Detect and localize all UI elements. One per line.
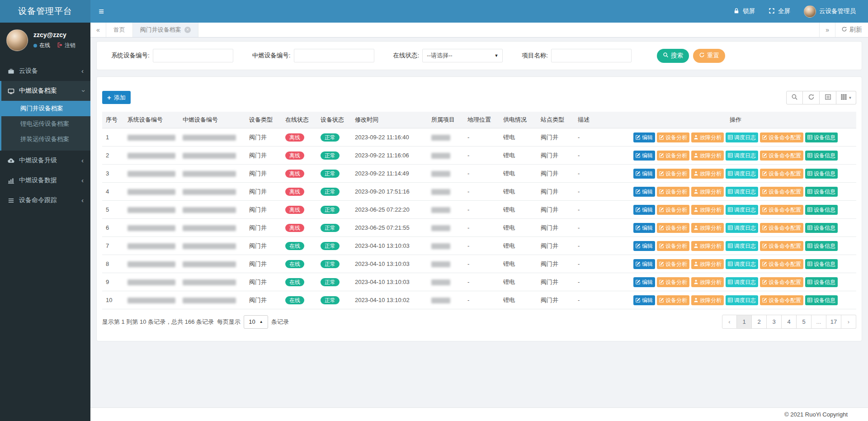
page-button[interactable]: 5 [797, 315, 811, 329]
dispatch-log-button[interactable]: 调度日志 [726, 132, 758, 142]
device-command-config-button[interactable]: 设备命令配置 [760, 187, 803, 197]
gas-device-no-input[interactable] [294, 49, 374, 62]
lock-screen-button[interactable]: 锁屏 [726, 0, 762, 23]
device-info-button[interactable]: 设备信息 [805, 132, 838, 142]
page-size-select[interactable]: 10 ▲ [244, 315, 268, 329]
device-analysis-button[interactable]: 设备分析 [657, 295, 689, 305]
edit-button[interactable]: 编辑 [633, 277, 655, 287]
device-info-button[interactable]: 设备信息 [805, 205, 838, 215]
fault-analysis-button[interactable]: 故障分析 [691, 132, 724, 142]
fault-analysis-button[interactable]: 故障分析 [691, 151, 724, 161]
device-info-button[interactable]: 设备信息 [805, 169, 838, 179]
device-analysis-button[interactable]: 设备分析 [657, 223, 689, 233]
sidebar-item-lithium-remote-archive[interactable]: 锂电远传设备档案 [1, 116, 90, 132]
device-command-config-button[interactable]: 设备命令配置 [760, 205, 803, 215]
dispatch-log-button[interactable]: 调度日志 [726, 205, 758, 215]
fault-analysis-button[interactable]: 故障分析 [691, 169, 724, 179]
edit-button[interactable]: 编辑 [633, 205, 655, 215]
dispatch-log-button[interactable]: 调度日志 [726, 277, 758, 287]
fault-analysis-button[interactable]: 故障分析 [691, 205, 724, 215]
device-info-button[interactable]: 设备信息 [805, 259, 838, 269]
device-info-button[interactable]: 设备信息 [805, 223, 838, 233]
fault-analysis-button[interactable]: 故障分析 [691, 295, 724, 305]
sidebar-item-device-archive[interactable]: 中燃设备档案 ‹ [1, 81, 90, 101]
edit-button[interactable]: 编辑 [633, 295, 655, 305]
fault-analysis-button[interactable]: 故障分析 [691, 277, 724, 287]
tab-valve-well-archive[interactable]: 阀门井设备档案 × [133, 23, 198, 37]
device-command-config-button[interactable]: 设备命令配置 [760, 223, 803, 233]
next-page-button[interactable]: › [841, 315, 856, 329]
device-command-config-button[interactable]: 设备命令配置 [760, 295, 803, 305]
scroll-tabs-left-button[interactable]: « [90, 23, 106, 37]
device-info-button[interactable]: 设备信息 [805, 187, 838, 197]
device-info-button[interactable]: 设备信息 [805, 295, 838, 305]
sidebar-item-device-upgrade[interactable]: 中燃设备升级 ‹ [0, 151, 90, 170]
dispatch-log-button[interactable]: 调度日志 [726, 151, 758, 161]
edit-button[interactable]: 编辑 [633, 187, 655, 197]
online-state-select[interactable]: --请选择-- ▼ [422, 49, 503, 62]
device-analysis-button[interactable]: 设备分析 [657, 241, 689, 251]
device-analysis-button[interactable]: 设备分析 [657, 277, 689, 287]
device-command-config-button[interactable]: 设备命令配置 [760, 277, 803, 287]
user-menu[interactable]: 云设备管理员 [797, 0, 863, 23]
page-button[interactable]: 17 [826, 315, 841, 329]
device-info-button[interactable]: 设备信息 [805, 151, 838, 161]
app-logo[interactable]: 设备管理平台 [0, 0, 90, 23]
edit-button[interactable]: 编辑 [633, 169, 655, 179]
device-analysis-button[interactable]: 设备分析 [657, 169, 689, 179]
edit-button[interactable]: 编辑 [633, 241, 655, 251]
show-search-button[interactable] [786, 91, 803, 104]
fullscreen-button[interactable]: 全屏 [762, 0, 797, 23]
dispatch-log-button[interactable]: 调度日志 [726, 241, 758, 251]
page-button[interactable]: 3 [767, 315, 782, 329]
device-analysis-button[interactable]: 设备分析 [657, 205, 689, 215]
sidebar-item-cloud-device[interactable]: 云设备 ‹ [0, 61, 90, 81]
columns-button[interactable]: ▼ [836, 91, 856, 104]
tab-home[interactable]: 首页 [106, 23, 133, 37]
search-button[interactable]: 搜索 [657, 49, 689, 63]
logout-link[interactable]: 注销 [57, 42, 75, 49]
device-command-config-button[interactable]: 设备命令配置 [760, 132, 803, 142]
toggle-detail-view-button[interactable] [820, 91, 836, 104]
device-info-button[interactable]: 设备信息 [805, 241, 838, 251]
device-command-config-button[interactable]: 设备命令配置 [760, 259, 803, 269]
fault-analysis-button[interactable]: 故障分析 [691, 223, 724, 233]
sidebar-item-command-tracking[interactable]: 设备命令跟踪 ‹ [0, 190, 90, 210]
page-button[interactable]: 1 [737, 315, 752, 329]
page-button[interactable]: 2 [752, 315, 767, 329]
sidebar-toggle-button[interactable]: ≡ [90, 0, 112, 23]
sidebar-item-device-data[interactable]: 中燃设备数据 ‹ [0, 170, 90, 190]
edit-button[interactable]: 编辑 [633, 223, 655, 233]
device-analysis-button[interactable]: 设备分析 [657, 151, 689, 161]
device-analysis-button[interactable]: 设备分析 [657, 187, 689, 197]
fault-analysis-button[interactable]: 故障分析 [691, 187, 724, 197]
prev-page-button[interactable]: ‹ [722, 315, 737, 329]
edit-button[interactable]: 编辑 [633, 259, 655, 269]
sidebar-item-valve-well-archive[interactable]: 阀门井设备档案 [1, 101, 90, 116]
fault-analysis-button[interactable]: 故障分析 [691, 259, 724, 269]
device-analysis-button[interactable]: 设备分析 [657, 132, 689, 142]
system-device-no-input[interactable] [153, 49, 233, 62]
device-command-config-button[interactable]: 设备命令配置 [760, 169, 803, 179]
project-name-input[interactable] [551, 49, 632, 62]
dispatch-log-button[interactable]: 调度日志 [726, 223, 758, 233]
dispatch-log-button[interactable]: 调度日志 [726, 169, 758, 179]
refresh-tab-button[interactable]: 刷新 [835, 23, 868, 37]
reset-button[interactable]: 重置 [693, 49, 725, 63]
dispatch-log-button[interactable]: 调度日志 [726, 187, 758, 197]
page-button[interactable]: 4 [782, 315, 797, 329]
refresh-table-button[interactable] [803, 91, 820, 104]
close-tab-icon[interactable]: × [184, 27, 191, 33]
dispatch-log-button[interactable]: 调度日志 [726, 295, 758, 305]
device-command-config-button[interactable]: 设备命令配置 [760, 151, 803, 161]
dispatch-log-button[interactable]: 调度日志 [726, 259, 758, 269]
fault-analysis-button[interactable]: 故障分析 [691, 241, 724, 251]
device-info-button[interactable]: 设备信息 [805, 277, 838, 287]
scroll-tabs-right-button[interactable]: » [819, 23, 835, 37]
device-command-config-button[interactable]: 设备命令配置 [760, 241, 803, 251]
edit-button[interactable]: 编辑 [633, 132, 655, 142]
sidebar-item-assembled-remote-archive[interactable]: 拼装远传设备档案 [1, 132, 90, 147]
device-analysis-button[interactable]: 设备分析 [657, 259, 689, 269]
add-button[interactable]: + 添加 [102, 91, 131, 104]
edit-button[interactable]: 编辑 [633, 151, 655, 161]
